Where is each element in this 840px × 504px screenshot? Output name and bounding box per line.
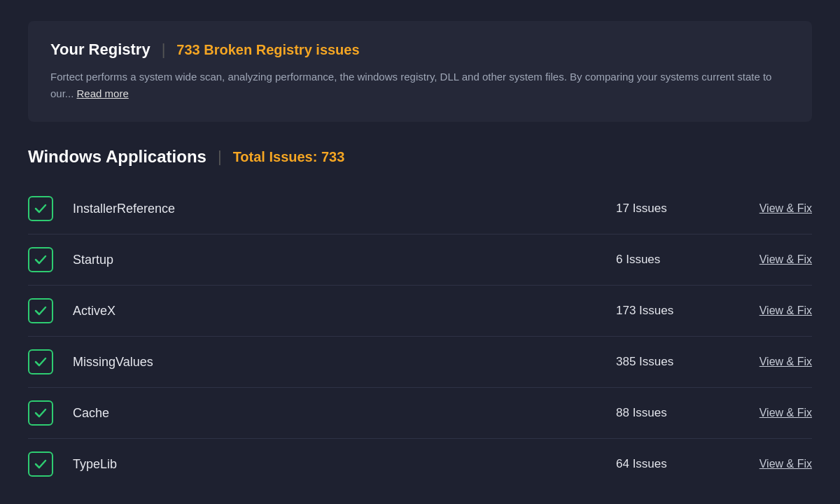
view-fix-button[interactable]: View & Fix [728,202,812,215]
windows-applications-section: Windows Applications | Total Issues: 733… [28,147,812,489]
checkbox-icon [28,247,53,272]
issue-name: MissingValues [73,355,616,370]
view-fix-button[interactable]: View & Fix [728,356,812,368]
table-row: TypeLib 64 Issues View & Fix [28,439,812,489]
checkbox-icon [28,349,53,374]
view-fix-button[interactable]: View & Fix [728,407,812,419]
issue-count: 385 Issues [616,355,728,369]
issue-name: Cache [73,406,616,421]
issue-name: ActiveX [73,304,616,318]
issue-count: 64 Issues [616,457,728,471]
issue-count: 17 Issues [616,202,728,216]
registry-header: Your Registry | 733 Broken Registry issu… [50,41,790,59]
issue-name: Startup [73,253,616,267]
view-fix-button[interactable]: View & Fix [728,304,812,317]
table-row: Cache 88 Issues View & Fix [28,388,812,439]
checkbox-icon [28,196,53,221]
section-title: Windows Applications [28,147,206,167]
table-row: Startup 6 Issues View & Fix [28,234,812,286]
registry-divider: | [162,41,166,59]
registry-card: Your Registry | 733 Broken Registry issu… [28,21,812,122]
issue-count: 173 Issues [616,304,728,318]
issue-count: 88 Issues [616,406,728,420]
checkbox-icon [28,298,53,323]
checkbox-icon [28,400,53,426]
view-fix-button[interactable]: View & Fix [728,458,812,470]
issue-count: 6 Issues [616,253,728,267]
total-issues-label: Total Issues: 733 [233,149,345,165]
issues-list: InstallerReference 17 Issues View & Fix … [28,183,812,489]
broken-registry-issues-count: 733 Broken Registry issues [176,42,359,58]
checkbox-icon [28,451,53,477]
issue-name: InstallerReference [73,202,616,216]
table-row: MissingValues 385 Issues View & Fix [28,337,812,388]
registry-title: Your Registry [50,41,150,59]
section-divider: | [218,148,222,166]
read-more-link[interactable]: Read more [77,88,129,99]
table-row: ActiveX 173 Issues View & Fix [28,286,812,337]
issue-name: TypeLib [73,457,616,472]
view-fix-button[interactable]: View & Fix [728,253,812,266]
table-row: InstallerReference 17 Issues View & Fix [28,183,812,234]
registry-description: Fortect performs a system wide scan, ana… [50,69,790,102]
section-header: Windows Applications | Total Issues: 733 [28,147,812,167]
